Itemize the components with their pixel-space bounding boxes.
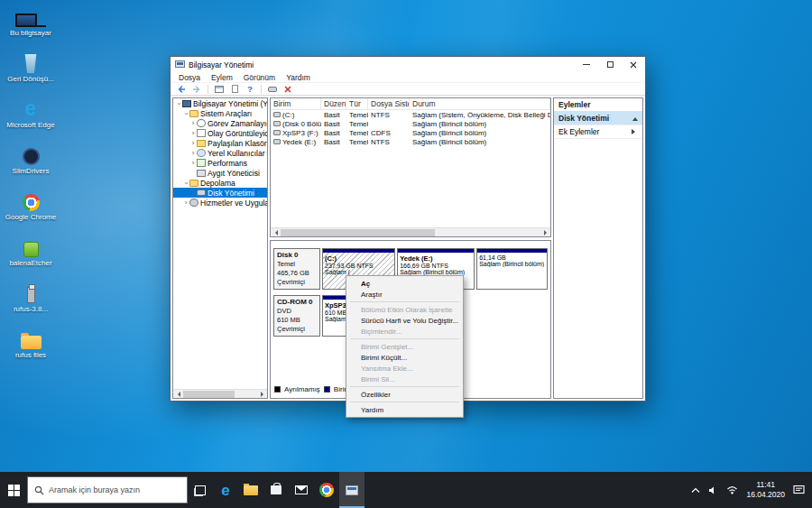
- disk-0-label[interactable]: Disk 0 Temel 465,76 GB Çevrimiçi: [273, 248, 320, 290]
- help-button[interactable]: ?: [244, 84, 256, 95]
- scrollbar-thumb[interactable]: [183, 391, 235, 398]
- network-icon[interactable]: [726, 485, 738, 494]
- close-button[interactable]: [622, 57, 645, 72]
- tree-horizontal-scrollbar[interactable]: [173, 389, 267, 398]
- menu-gorunum[interactable]: Görünüm: [238, 73, 281, 82]
- scroll-right-arrow[interactable]: [541, 228, 550, 237]
- expander-icon[interactable]: ›: [189, 130, 197, 137]
- desktop-icon-label: SlimDrivers: [13, 167, 50, 175]
- title-bar[interactable]: Bilgisayar Yönetimi: [171, 57, 645, 72]
- menu-item-help[interactable]: Yardım: [347, 404, 462, 415]
- tree-item-disk-management[interactable]: › Disk Yönetimi: [173, 188, 267, 198]
- windows-logo-icon: [8, 485, 20, 496]
- volume-list-horizontal-scrollbar[interactable]: [271, 227, 550, 236]
- hidden-icons-chevron[interactable]: [691, 487, 700, 494]
- scrollbar-thumb[interactable]: [281, 229, 435, 236]
- desktop-icon-etcher[interactable]: balenaEtcher: [2, 234, 60, 280]
- mail-icon: [295, 485, 308, 494]
- taskbar-computer-management-button[interactable]: [339, 472, 364, 508]
- desktop-icon-this-pc[interactable]: Bu bilgisayar: [2, 4, 60, 50]
- menu-item-shrink-volume[interactable]: Birimi Küçült...: [347, 352, 462, 363]
- menu-item-properties[interactable]: Özellikler: [347, 389, 462, 400]
- scroll-left-arrow[interactable]: [271, 228, 280, 237]
- expander-icon[interactable]: ›: [189, 120, 197, 127]
- desktop-icon-recycle-bin[interactable]: Geri Dönüşü...: [2, 50, 60, 96]
- minimize-button[interactable]: [575, 57, 598, 72]
- desktop-icon-rufus-files[interactable]: rufus files: [2, 326, 60, 372]
- tree-item-task-scheduler[interactable]: › Görev Zamanlayıcı: [173, 118, 267, 128]
- desktop-icon-slimdrivers[interactable]: SlimDrivers: [2, 142, 60, 188]
- properties-button[interactable]: [228, 84, 241, 95]
- partition-disk0-part4[interactable]: 61,14 GB Sağlam (Birincil bölüm): [476, 248, 548, 290]
- action-center-icon[interactable]: [793, 485, 805, 495]
- expander-icon[interactable]: ›: [182, 110, 189, 117]
- delete-button[interactable]: [281, 84, 294, 95]
- refresh-disk-button[interactable]: [266, 84, 279, 95]
- expander-icon[interactable]: ›: [189, 150, 197, 157]
- tree-item-local-users-groups[interactable]: › Yerel Kullanıcılar ve Gru: [173, 148, 267, 158]
- tree-item-event-viewer[interactable]: › Olay Görüntüleyicisi: [173, 128, 267, 138]
- tree-item-storage[interactable]: › Depolama: [173, 178, 267, 188]
- tree-item-device-manager[interactable]: › Aygıt Yöneticisi: [173, 168, 267, 178]
- menu-eylem[interactable]: Eylem: [206, 73, 238, 82]
- menu-item-explore[interactable]: Araştır: [347, 289, 462, 300]
- desktop-icon-rufus[interactable]: rufus-3.8...: [2, 280, 60, 326]
- volume-row-disk0-part4[interactable]: (Disk 0 Bölüm 4) Basit Temel Sağlam (Bir…: [271, 119, 550, 128]
- taskbar-chrome-button[interactable]: [314, 472, 339, 508]
- expander-icon[interactable]: ›: [175, 100, 182, 107]
- menu-item-format: Biçimlendir...: [347, 326, 462, 337]
- tree-item-label: Yerel Kullanıcılar ve Gru: [208, 149, 267, 158]
- back-button[interactable]: [175, 84, 188, 95]
- tree-item-computer-management[interactable]: › Bilgisayar Yönetimi (Yerel): [173, 98, 267, 108]
- tree-item-performance[interactable]: › Performans: [173, 158, 267, 168]
- column-header-duzen[interactable]: Düzen: [321, 98, 346, 109]
- volume-row-xpsp3[interactable]: XpSP3 (F:) Basit Temel CDFS Sağlam (Biri…: [271, 128, 550, 137]
- menu-dosya[interactable]: Dosya: [173, 73, 206, 82]
- volume-row-c[interactable]: (C:) Basit Temel NTFS Sağlam (Sistem, Ön…: [271, 110, 550, 119]
- start-button[interactable]: [0, 472, 27, 508]
- taskbar-file-explorer-button[interactable]: [238, 472, 263, 508]
- expander-icon[interactable]: ›: [182, 199, 189, 207]
- task-view-button[interactable]: [188, 472, 213, 508]
- cdrom-0-label[interactable]: CD-ROM 0 DVD 610 MB Çevrimiçi: [273, 295, 320, 337]
- tree-item-services-applications[interactable]: › Hizmetler ve Uygulamalar: [173, 198, 267, 208]
- maximize-button[interactable]: [598, 57, 622, 72]
- show-console-tree-button[interactable]: [213, 84, 226, 95]
- expander-icon[interactable]: ›: [189, 160, 197, 167]
- tree-item-shared-folders[interactable]: › Paylaşılan Klasörler: [173, 138, 267, 148]
- forward-button[interactable]: [190, 84, 203, 95]
- actions-disk-management[interactable]: Disk Yönetimi: [554, 112, 642, 125]
- taskbar-mail-button[interactable]: [289, 472, 314, 508]
- desktop-icon-label: Bu bilgisayar: [10, 29, 51, 37]
- menu-yardim[interactable]: Yardım: [281, 73, 316, 82]
- tree-item-label: Disk Yönetimi: [208, 189, 254, 198]
- collapse-icon[interactable]: [632, 115, 638, 121]
- taskbar-search-box[interactable]: Aramak için buraya yazın: [27, 476, 188, 503]
- column-header-dosya-sistemi[interactable]: Dosya Sistemi: [368, 98, 410, 109]
- taskbar-store-button[interactable]: [263, 472, 289, 508]
- primary-partition-swatch: [324, 386, 330, 393]
- scroll-right-arrow[interactable]: [258, 390, 267, 399]
- volume-icon: [273, 112, 281, 117]
- actions-more-actions[interactable]: Ek Eylemler: [554, 125, 642, 139]
- column-header-tur[interactable]: Tür: [346, 98, 368, 109]
- expander-icon[interactable]: ›: [182, 180, 189, 187]
- desktop-icon-chrome[interactable]: Google Chrome: [2, 188, 60, 234]
- toolbar-separator: [261, 85, 262, 94]
- clock-date: 16.04.2020: [746, 490, 785, 500]
- expander-icon[interactable]: ›: [189, 140, 197, 147]
- volume-row-yedek[interactable]: Yedek (E:) Basit Temel NTFS Sağlam (Biri…: [271, 137, 550, 146]
- tree-item-system-tools[interactable]: › Sistem Araçları: [173, 108, 267, 118]
- taskbar-clock[interactable]: 11:41 16.04.2020: [746, 480, 785, 499]
- computer-icon: [15, 4, 46, 27]
- desktop-icon-edge[interactable]: Microsoft Edge: [2, 96, 60, 142]
- volume-icon[interactable]: [708, 485, 718, 495]
- column-header-birim[interactable]: Birim: [271, 98, 321, 109]
- menu-item-open[interactable]: Aç: [347, 278, 462, 289]
- expand-icon[interactable]: [632, 129, 638, 134]
- desktop-icon-label: Geri Dönüşü...: [7, 75, 54, 83]
- column-header-durum[interactable]: Durum: [410, 98, 550, 109]
- taskbar-edge-button[interactable]: [213, 472, 238, 508]
- scroll-left-arrow[interactable]: [173, 390, 182, 399]
- menu-item-change-drive-letter[interactable]: Sürücü Harfi ve Yolu Değiştir...: [347, 315, 462, 326]
